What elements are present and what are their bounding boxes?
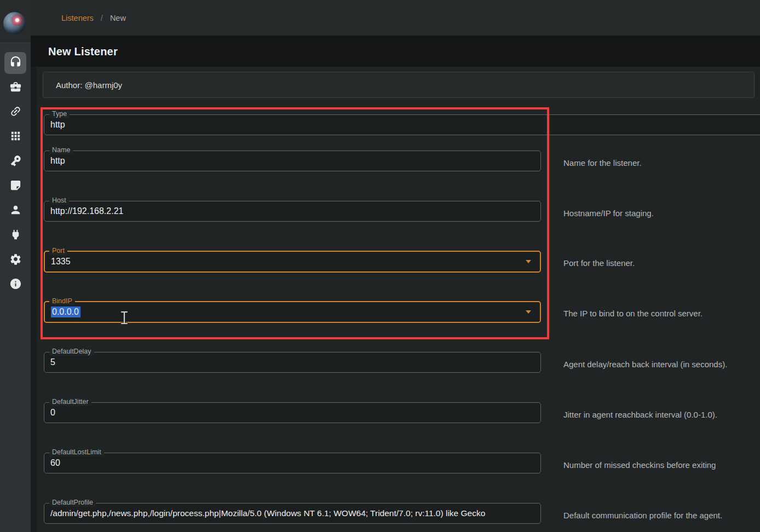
- sidebar-item-plugins[interactable]: [4, 224, 26, 246]
- defaultjitter-input[interactable]: DefaultJitter 0: [44, 402, 541, 423]
- plug-icon: [9, 228, 22, 243]
- defaultjitter-value: 0: [50, 408, 55, 418]
- breadcrumb-current: New: [110, 14, 126, 22]
- sidebar-item-listeners[interactable]: [4, 52, 26, 74]
- info-icon: [9, 277, 22, 292]
- host-label: Host: [49, 196, 69, 205]
- type-select[interactable]: Type http: [44, 114, 760, 135]
- sidebar-item-stagers[interactable]: [4, 77, 26, 99]
- bindip-dropdown-arrow-icon[interactable]: [526, 310, 531, 314]
- briefcase-icon: [9, 80, 22, 95]
- link-icon: [9, 105, 22, 120]
- page-header: New Listener: [31, 36, 760, 67]
- bindip-combobox[interactable]: BindIP 0.0.0.0: [44, 301, 541, 323]
- host-input[interactable]: Host http://192.168.2.21: [44, 201, 541, 222]
- defaultlostlimit-description: Number of missed checkins before exiting: [563, 460, 716, 470]
- author-text: Author: @harmj0y: [56, 80, 122, 90]
- name-label: Name: [49, 146, 73, 154]
- page-title: New Listener: [48, 45, 118, 57]
- type-label: Type: [49, 110, 70, 118]
- defaultlostlimit-value: 60: [50, 458, 60, 468]
- app-logo-avatar: [3, 12, 26, 34]
- port-description: Port for the listener.: [563, 258, 635, 268]
- port-value: 1335: [51, 257, 71, 267]
- starkiller-new-listener-screen: Listeners / New New Listener Author: @ha…: [0, 0, 760, 532]
- sidebar-item-agents[interactable]: [4, 101, 26, 123]
- port-label: Port: [49, 247, 67, 255]
- defaultlostlimit-label: DefaultLostLimit: [49, 448, 104, 456]
- breadcrumb-separator: /: [101, 14, 103, 22]
- note-icon: [9, 179, 22, 194]
- gear-icon: [9, 253, 22, 268]
- defaultdelay-label: DefaultDelay: [49, 348, 94, 356]
- defaultjitter-label: DefaultJitter: [49, 398, 91, 406]
- defaultprofile-input[interactable]: DefaultProfile /admin/get.php,/news.php,…: [44, 503, 541, 524]
- person-icon: [9, 204, 22, 218]
- ibeam-cursor: [120, 310, 129, 328]
- name-value: http: [50, 156, 65, 166]
- bindip-value-selected: 0.0.0.0: [51, 307, 80, 317]
- breadcrumb-listeners-link[interactable]: Listeners: [61, 14, 94, 22]
- port-dropdown-arrow-icon[interactable]: [526, 260, 531, 263]
- key-icon: [9, 154, 22, 169]
- sidebar-item-about[interactable]: [4, 274, 26, 296]
- sidebar-item-modules[interactable]: [4, 126, 26, 148]
- defaultprofile-value: /admin/get.php,/news.php,/login/process.…: [50, 508, 485, 518]
- breadcrumb: Listeners / New: [61, 0, 126, 36]
- headset-icon: [9, 56, 22, 71]
- sidebar-item-settings[interactable]: [4, 249, 26, 271]
- sidebar-logo-area: [0, 0, 31, 43]
- bindip-description: The IP to bind to on the control server.: [563, 309, 703, 318]
- defaultprofile-label: DefaultProfile: [49, 499, 96, 507]
- sidebar-item-users[interactable]: [4, 200, 26, 222]
- defaultdelay-description: Agent delay/reach back interval (in seco…: [563, 360, 727, 369]
- host-description: Hostname/IP for staging.: [563, 209, 654, 218]
- author-bar: Author: @harmj0y: [43, 72, 755, 98]
- defaultdelay-input[interactable]: DefaultDelay 5: [44, 352, 541, 373]
- name-input[interactable]: Name http: [44, 151, 541, 171]
- grid-icon: [9, 130, 22, 144]
- name-description: Name for the listener.: [563, 158, 642, 167]
- sidebar-item-notes[interactable]: [4, 175, 26, 197]
- type-value: http: [50, 120, 65, 130]
- defaultprofile-description: Default communication profile for the ag…: [563, 511, 722, 520]
- host-value: http://192.168.2.21: [50, 206, 123, 216]
- top-bar: Listeners / New: [31, 0, 760, 36]
- port-combobox[interactable]: Port 1335: [44, 251, 541, 273]
- defaultlostlimit-input[interactable]: DefaultLostLimit 60: [44, 453, 541, 473]
- bindip-label: BindIP: [49, 297, 75, 305]
- defaultdelay-value: 5: [50, 357, 55, 367]
- defaultjitter-description: Jitter in agent reachback interval (0.0-…: [563, 410, 717, 419]
- sidebar: [0, 0, 31, 532]
- sidebar-item-credentials[interactable]: [4, 151, 26, 172]
